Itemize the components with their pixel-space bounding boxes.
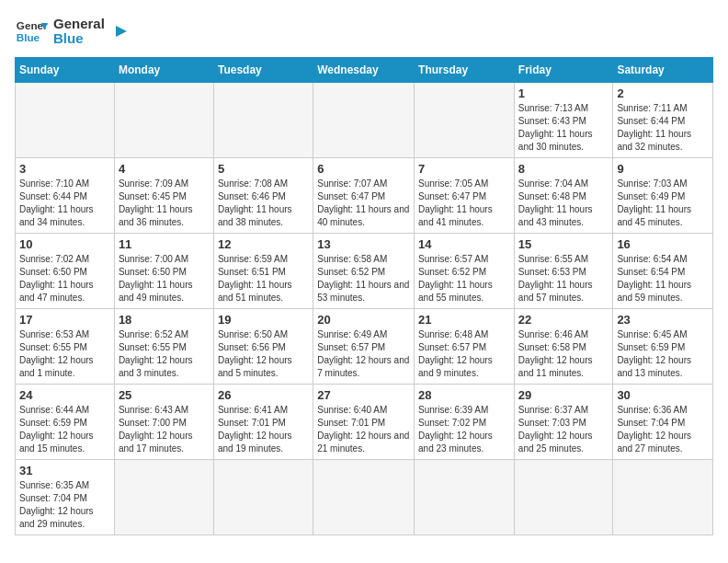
weekday-header-monday: Monday — [114, 58, 213, 83]
day-number: 18 — [119, 313, 210, 327]
day-info: Sunrise: 7:00 AM Sunset: 6:50 PM Dayligh… — [119, 253, 210, 304]
weekday-header-sunday: Sunday — [16, 58, 115, 83]
day-number: 13 — [317, 237, 410, 251]
calendar-cell — [114, 83, 213, 158]
logo-blue: Blue — [53, 31, 105, 47]
day-info: Sunrise: 6:55 AM Sunset: 6:53 PM Dayligh… — [518, 253, 609, 304]
day-info: Sunrise: 7:11 AM Sunset: 6:44 PM Dayligh… — [617, 102, 709, 154]
day-number: 2 — [617, 86, 709, 100]
day-number: 21 — [418, 313, 510, 327]
day-number: 12 — [218, 237, 309, 251]
day-info: Sunrise: 6:52 AM Sunset: 6:55 PM Dayligh… — [119, 328, 210, 380]
calendar-cell: 26Sunrise: 6:41 AM Sunset: 7:01 PM Dayli… — [213, 385, 313, 460]
day-number: 10 — [19, 237, 110, 251]
day-number: 31 — [19, 464, 110, 477]
calendar-cell: 24Sunrise: 6:44 AM Sunset: 6:59 PM Dayli… — [16, 385, 115, 460]
calendar-cell — [313, 460, 415, 535]
day-number: 5 — [218, 162, 309, 176]
calendar-cell: 30Sunrise: 6:36 AM Sunset: 7:04 PM Dayli… — [613, 385, 713, 460]
calendar-cell: 3Sunrise: 7:10 AM Sunset: 6:44 PM Daylig… — [16, 158, 115, 234]
calendar-week-row: 1Sunrise: 7:13 AM Sunset: 6:43 PM Daylig… — [16, 83, 713, 158]
calendar-cell: 29Sunrise: 6:37 AM Sunset: 7:03 PM Dayli… — [514, 385, 613, 460]
calendar-cell: 21Sunrise: 6:48 AM Sunset: 6:57 PM Dayli… — [415, 309, 515, 385]
calendar-cell — [114, 460, 213, 535]
day-number: 23 — [617, 313, 709, 327]
day-info: Sunrise: 6:45 AM Sunset: 6:59 PM Dayligh… — [617, 328, 709, 380]
day-info: Sunrise: 7:04 AM Sunset: 6:48 PM Dayligh… — [518, 178, 609, 229]
page-header: General Blue General Blue — [15, 15, 713, 48]
weekday-header-friday: Friday — [514, 58, 613, 83]
calendar-table: SundayMondayTuesdayWednesdayThursdayFrid… — [15, 57, 713, 535]
calendar-cell: 8Sunrise: 7:04 AM Sunset: 6:48 PM Daylig… — [514, 158, 613, 234]
day-number: 11 — [119, 237, 210, 251]
day-info: Sunrise: 6:49 AM Sunset: 6:57 PM Dayligh… — [317, 328, 410, 380]
day-info: Sunrise: 7:10 AM Sunset: 6:44 PM Dayligh… — [19, 178, 110, 229]
day-info: Sunrise: 7:03 AM Sunset: 6:49 PM Dayligh… — [617, 178, 709, 229]
calendar-cell — [514, 460, 613, 535]
weekday-header-saturday: Saturday — [613, 58, 713, 83]
day-number: 7 — [418, 162, 510, 176]
calendar-cell — [613, 460, 713, 535]
day-info: Sunrise: 6:48 AM Sunset: 6:57 PM Dayligh… — [418, 328, 510, 380]
calendar-week-row: 17Sunrise: 6:53 AM Sunset: 6:55 PM Dayli… — [16, 309, 713, 385]
day-number: 25 — [119, 388, 210, 402]
calendar-cell: 4Sunrise: 7:09 AM Sunset: 6:45 PM Daylig… — [114, 158, 213, 234]
day-info: Sunrise: 6:41 AM Sunset: 7:01 PM Dayligh… — [218, 404, 309, 455]
calendar-cell: 10Sunrise: 7:02 AM Sunset: 6:50 PM Dayli… — [16, 234, 115, 309]
day-info: Sunrise: 6:59 AM Sunset: 6:51 PM Dayligh… — [218, 253, 309, 304]
calendar-cell: 17Sunrise: 6:53 AM Sunset: 6:55 PM Dayli… — [16, 309, 115, 385]
day-number: 8 — [518, 162, 609, 176]
calendar-cell: 25Sunrise: 6:43 AM Sunset: 7:00 PM Dayli… — [114, 385, 213, 460]
logo-icon: General Blue — [15, 15, 48, 48]
calendar-cell: 22Sunrise: 6:46 AM Sunset: 6:58 PM Dayli… — [514, 309, 613, 385]
calendar-cell: 12Sunrise: 6:59 AM Sunset: 6:51 PM Dayli… — [213, 234, 313, 309]
calendar-cell: 20Sunrise: 6:49 AM Sunset: 6:57 PM Dayli… — [313, 309, 415, 385]
calendar-cell: 31Sunrise: 6:35 AM Sunset: 7:04 PM Dayli… — [16, 460, 115, 535]
calendar-cell — [213, 83, 313, 158]
calendar-cell — [213, 460, 313, 535]
day-info: Sunrise: 6:40 AM Sunset: 7:01 PM Dayligh… — [317, 404, 410, 455]
day-number: 3 — [19, 162, 110, 176]
calendar-cell: 18Sunrise: 6:52 AM Sunset: 6:55 PM Dayli… — [114, 309, 213, 385]
day-number: 4 — [119, 162, 210, 176]
weekday-header-wednesday: Wednesday — [313, 58, 415, 83]
day-number: 16 — [617, 237, 709, 251]
calendar-cell: 5Sunrise: 7:08 AM Sunset: 6:46 PM Daylig… — [213, 158, 313, 234]
day-info: Sunrise: 6:46 AM Sunset: 6:58 PM Dayligh… — [518, 328, 609, 380]
day-number: 19 — [218, 313, 309, 327]
day-number: 24 — [19, 388, 110, 402]
calendar-cell: 27Sunrise: 6:40 AM Sunset: 7:01 PM Dayli… — [313, 385, 415, 460]
day-info: Sunrise: 6:58 AM Sunset: 6:52 PM Dayligh… — [317, 253, 410, 304]
day-number: 15 — [518, 237, 609, 251]
day-info: Sunrise: 7:09 AM Sunset: 6:45 PM Dayligh… — [119, 178, 210, 229]
day-info: Sunrise: 7:07 AM Sunset: 6:47 PM Dayligh… — [317, 178, 410, 229]
weekday-header-thursday: Thursday — [415, 58, 515, 83]
calendar-week-row: 10Sunrise: 7:02 AM Sunset: 6:50 PM Dayli… — [16, 234, 713, 309]
calendar-week-row: 24Sunrise: 6:44 AM Sunset: 6:59 PM Dayli… — [16, 385, 713, 460]
svg-text:Blue: Blue — [17, 31, 40, 43]
day-number: 14 — [418, 237, 510, 251]
calendar-cell — [313, 83, 415, 158]
day-info: Sunrise: 6:39 AM Sunset: 7:02 PM Dayligh… — [418, 404, 510, 455]
calendar-cell: 1Sunrise: 7:13 AM Sunset: 6:43 PM Daylig… — [514, 83, 613, 158]
day-number: 22 — [518, 313, 609, 327]
day-number: 17 — [19, 313, 110, 327]
day-info: Sunrise: 6:36 AM Sunset: 7:04 PM Dayligh… — [617, 404, 709, 455]
day-info: Sunrise: 7:05 AM Sunset: 6:47 PM Dayligh… — [418, 178, 510, 229]
day-info: Sunrise: 6:44 AM Sunset: 6:59 PM Dayligh… — [19, 404, 110, 455]
calendar-cell: 2Sunrise: 7:11 AM Sunset: 6:44 PM Daylig… — [613, 83, 713, 158]
calendar-cell: 14Sunrise: 6:57 AM Sunset: 6:52 PM Dayli… — [415, 234, 515, 309]
weekday-header-tuesday: Tuesday — [213, 58, 313, 83]
logo-general: General — [53, 16, 105, 31]
svg-marker-3 — [116, 26, 127, 37]
day-number: 1 — [518, 86, 609, 100]
calendar-cell — [16, 83, 115, 158]
calendar-week-row: 31Sunrise: 6:35 AM Sunset: 7:04 PM Dayli… — [16, 460, 713, 535]
weekday-header-row: SundayMondayTuesdayWednesdayThursdayFrid… — [16, 58, 713, 83]
day-number: 9 — [617, 162, 709, 176]
day-info: Sunrise: 6:53 AM Sunset: 6:55 PM Dayligh… — [19, 328, 110, 380]
calendar-cell: 7Sunrise: 7:05 AM Sunset: 6:47 PM Daylig… — [415, 158, 515, 234]
day-number: 20 — [317, 313, 410, 327]
day-number: 26 — [218, 388, 309, 402]
calendar-cell: 13Sunrise: 6:58 AM Sunset: 6:52 PM Dayli… — [313, 234, 415, 309]
